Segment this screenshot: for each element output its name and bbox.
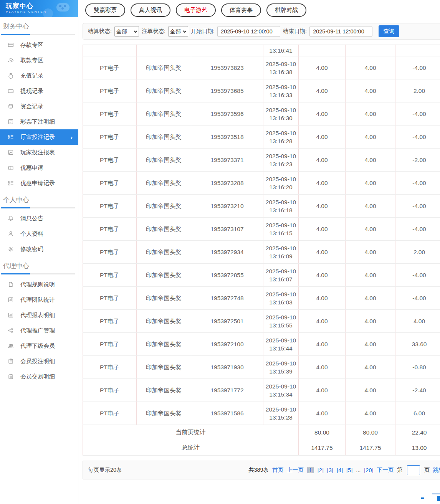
sidebar-item-个人资料[interactable]: 个人资料	[0, 226, 78, 241]
bet-records-table-wrap: 13:16:41PT电子印加帝国头奖19539738232025-09-1013…	[83, 45, 440, 456]
page-link-[1][interactable]: [1]	[307, 467, 314, 473]
sidebar-item-消息公告[interactable]: 消息公告	[0, 211, 78, 226]
sidebar-item-代理推广管理[interactable]: 代理推广管理	[0, 323, 78, 338]
sidebar-item-资金记录[interactable]: 资金记录	[0, 99, 78, 114]
sidebar-item-厅室投注记录[interactable]: 厅室投注记录›	[0, 129, 78, 145]
cell-game: 印加帝国头奖	[137, 102, 191, 126]
sidebar-item-存款专区[interactable]: 存款专区	[0, 37, 78, 53]
cell-platform: PT电子	[83, 241, 137, 264]
sidebar-section-title: 财务中心	[3, 22, 78, 31]
doc-icon	[8, 281, 14, 288]
end-date-label: 结束日期:	[283, 28, 307, 35]
summary-value: 80.00	[299, 425, 346, 440]
goto-prefix-label: 第	[397, 466, 403, 474]
tab-体育赛事[interactable]: 体育赛事	[221, 3, 261, 17]
table-row: PT电子印加帝国头奖19539735182025-09-1013:16:284.…	[83, 126, 440, 149]
cell-time-line: 13:15:39	[264, 367, 298, 375]
summary-value: 1417.75	[346, 440, 395, 456]
sidebar-item-修改密码[interactable]: 修改密码	[0, 241, 78, 257]
cell-bet-no: 1953973288	[191, 172, 263, 195]
settlement-status-select[interactable]: 全部	[114, 26, 139, 37]
sidebar-item-代理报表明细[interactable]: 代理报表明细	[0, 307, 78, 323]
report-icon	[8, 149, 14, 155]
sidebar-item-label: 玩家投注报表	[20, 149, 55, 156]
gridlist-icon	[8, 180, 14, 186]
sidebar-item-优惠申请记录[interactable]: 优惠申请记录	[0, 175, 78, 191]
page-prev-link[interactable]: 上一页	[287, 466, 304, 474]
sidebar-item-label: 代理报表明细	[20, 312, 55, 319]
sidebar-item-提现记录[interactable]: 提现记录	[0, 83, 78, 99]
sidebar-item-代理规则说明[interactable]: 代理规则说明	[0, 277, 78, 292]
sidebar-item-充值记录[interactable]: 充值记录	[0, 68, 78, 83]
cell-bet-no: 1953971772	[191, 379, 263, 402]
gear-icon	[8, 246, 14, 252]
sidebar-item-取款专区[interactable]: 取款专区	[0, 53, 78, 68]
sidebar-item-代理下级会员[interactable]: 代理下级会员	[0, 338, 78, 354]
cell-time-line: 13:15:44	[264, 344, 298, 352]
cell-game: 印加帝国头奖	[137, 264, 191, 287]
cell-win-loss: -4.00	[395, 287, 440, 310]
page-jump-input[interactable]	[407, 465, 420, 475]
sidebar-item-label: 代理规则说明	[20, 281, 55, 288]
page-first-link[interactable]: 首页	[272, 466, 283, 474]
game-category-tabs: 雙赢彩票真人视讯电子游艺体育赛事棋牌对战	[78, 0, 440, 18]
table-row: PT电子印加帝国头奖19539719302025-09-1013:15:394.…	[83, 356, 440, 379]
main-content: 雙赢彩票真人视讯电子游艺体育赛事棋牌对战 结算状态: 全部 注单状态: 全部 开…	[78, 0, 440, 504]
cell-time-line: 13:16:20	[264, 183, 298, 191]
cell-date-line: 2025-09-10	[264, 83, 298, 91]
page-link-[2][interactable]: [2]	[318, 467, 324, 473]
page-link-[4][interactable]: [4]	[337, 467, 343, 473]
cell-time: 2025-09-1013:15:44	[263, 333, 299, 356]
sidebar-item-玩家投注报表[interactable]: 玩家投注报表	[0, 145, 78, 160]
chartbox-icon	[8, 312, 14, 318]
cell-game: 印加帝国头奖	[137, 195, 191, 218]
order-status-select[interactable]: 全部	[168, 26, 188, 37]
cell-date-line: 2025-09-10	[264, 336, 298, 344]
table-row: PT电子印加帝国头奖19539731072025-09-1013:16:154.…	[83, 218, 440, 241]
cell-platform: PT电子	[83, 102, 137, 126]
cell-bet-no: 1953973596	[191, 102, 263, 126]
cell-time: 13:16:41	[263, 45, 299, 56]
sidebar-item-优惠申请[interactable]: 优惠申请	[0, 160, 78, 175]
page-link-[5][interactable]: [5]	[346, 467, 352, 473]
cell-time-line: 13:16:30	[264, 114, 298, 122]
cell-time: 2025-09-1013:16:38	[263, 56, 299, 79]
page-link-[20][interactable]: [20]	[364, 467, 373, 473]
floating-widget-fragment	[437, 496, 440, 501]
cell-time-line: 13:16:09	[264, 252, 298, 260]
cell-valid-amount: 4.00	[346, 333, 395, 356]
cell-time: 2025-09-1013:16:09	[263, 241, 299, 264]
tab-棋牌对战[interactable]: 棋牌对战	[266, 3, 306, 17]
cell-time: 2025-09-1013:16:20	[263, 172, 299, 195]
cell-time-line: 13:16:07	[264, 275, 298, 283]
end-date-input[interactable]	[309, 26, 372, 37]
cell-platform: PT电子	[83, 402, 137, 425]
app-root: 玩家中心 PLAYERS CENTER 财务中心存款专区取款专区充值记录提现记录…	[0, 0, 440, 504]
sidebar-item-会员交易明细[interactable]: 会员交易明细	[0, 369, 78, 384]
tab-真人视讯[interactable]: 真人视讯	[131, 3, 170, 17]
cell-game: 印加帝国头奖	[137, 333, 191, 356]
query-button[interactable]: 查询	[379, 25, 399, 37]
tab-电子游艺[interactable]: 电子游艺	[176, 3, 216, 17]
cell-time: 2025-09-1013:16:03	[263, 287, 299, 310]
sidebar-item-代理团队统计[interactable]: 代理团队统计	[0, 292, 78, 307]
page-next-link[interactable]: 下一页	[377, 466, 394, 474]
sidebar-item-label: 消息公告	[20, 215, 43, 222]
bet-records-table: 13:16:41PT电子印加帝国头奖19539738232025-09-1013…	[83, 45, 440, 456]
summary-row: 总统计1417.751417.7513.00	[83, 440, 440, 456]
table-row-partial: 13:16:41	[83, 45, 440, 56]
cell-game: 印加帝国头奖	[137, 149, 191, 172]
tab-雙赢彩票[interactable]: 雙赢彩票	[85, 3, 125, 17]
cell-win-loss: -2.40	[395, 379, 440, 402]
sidebar-item-会员投注明细[interactable]: 会员投注明细	[0, 354, 78, 369]
goto-suffix-label: 页	[424, 466, 430, 474]
sidebar-item-彩票下注明细[interactable]: 彩票下注明细	[0, 114, 78, 129]
cell-valid-amount: 4.00	[346, 172, 395, 195]
cell-game: 印加帝国头奖	[137, 126, 191, 149]
page-jump-link[interactable]: 跳转	[433, 466, 440, 474]
start-date-input[interactable]	[217, 26, 280, 37]
cell-valid-amount: 4.00	[346, 195, 395, 218]
page-link-[3][interactable]: [3]	[327, 467, 333, 473]
summary-label: 总统计	[83, 440, 299, 456]
cell-time-line: 13:16:03	[264, 298, 298, 306]
